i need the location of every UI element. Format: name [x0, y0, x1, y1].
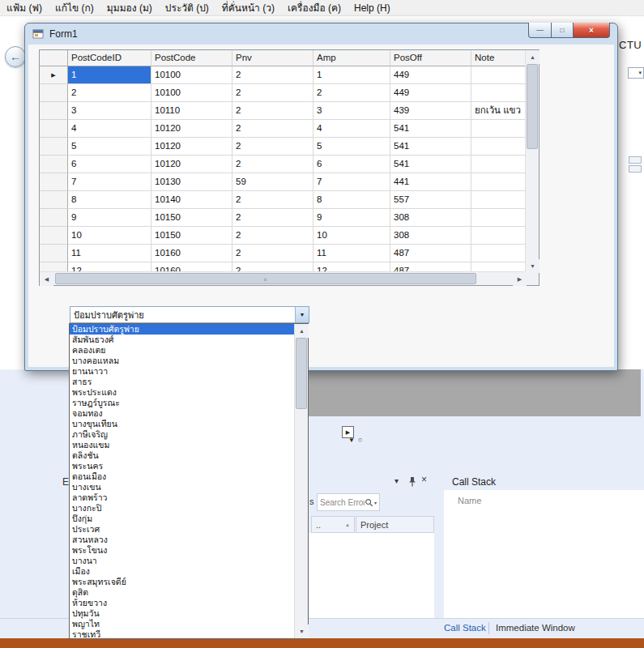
grid-cell[interactable]: 5 — [68, 138, 151, 156]
tab-call-stack[interactable]: Call Stack — [444, 623, 486, 633]
toolbar-combo-fragment[interactable]: ▾ — [628, 67, 644, 79]
dropdown-item[interactable]: เมือง — [70, 566, 294, 577]
grid-cell[interactable]: 4 — [313, 120, 390, 138]
grid-cell[interactable]: 2 — [232, 191, 313, 209]
dropdown-item[interactable]: บางนา — [70, 556, 294, 566]
grid-horizontal-scrollbar[interactable]: ◀ ≡ ▶ — [40, 271, 527, 285]
grid-row-header[interactable] — [40, 138, 68, 156]
dropdown-item[interactable]: บางกะปิ — [70, 503, 294, 514]
district-combobox[interactable]: ป้อมปราบศัตรูพ่าย ▼ — [70, 306, 309, 323]
dropdown-item[interactable]: บางขุนเทียน — [70, 419, 294, 429]
grid-cell[interactable]: 449 — [390, 66, 471, 84]
grid-column-header-amp[interactable]: Amp — [313, 50, 390, 66]
grid-cell[interactable] — [471, 209, 526, 227]
menu-item[interactable]: Help (H) — [348, 1, 397, 15]
scroll-thumb[interactable]: ≡ — [55, 273, 476, 284]
menu-item[interactable]: แฟ้ม (ฟ) — [0, 0, 49, 17]
grid-cell[interactable]: 1 — [68, 66, 151, 84]
grid-cell[interactable]: 10130 — [151, 173, 232, 191]
dropdown-item[interactable]: ป้อมปราบศัตรูพ่าย — [70, 324, 294, 335]
dropdown-scrollbar[interactable]: ▲ ▼ — [294, 324, 308, 638]
grid-cell[interactable]: 10 — [313, 227, 390, 245]
scroll-down-button[interactable]: ▼ — [295, 625, 309, 638]
panel-menu-icon[interactable]: ▾ — [395, 476, 399, 485]
grid-cell[interactable] — [471, 191, 526, 209]
grid-cell[interactable]: 439 — [390, 102, 471, 120]
dropdown-item[interactable]: หนองแขม — [70, 440, 294, 450]
maximize-button[interactable]: □ — [552, 23, 574, 38]
grid-cell[interactable]: 449 — [390, 84, 471, 102]
grid-cell[interactable]: 3 — [68, 102, 151, 120]
grid-row-header[interactable] — [40, 209, 68, 227]
grid-cell[interactable] — [471, 84, 526, 102]
scroll-thumb[interactable] — [527, 64, 538, 149]
grid-cell[interactable]: 3 — [313, 102, 390, 120]
dropdown-item[interactable]: จอมทอง — [70, 408, 294, 419]
grid-cell[interactable]: 2 — [313, 84, 390, 102]
grid-row-header[interactable] — [40, 156, 68, 173]
grid-cell[interactable]: 557 — [390, 191, 471, 209]
grid-cell[interactable]: 441 — [390, 173, 471, 191]
grid-cell[interactable]: 10120 — [151, 120, 232, 138]
grid-cell[interactable]: ยกเว้น แขว — [471, 102, 526, 120]
grid-cell[interactable]: 9 — [68, 209, 151, 227]
menu-item[interactable]: มุมมอง (ม) — [100, 0, 159, 17]
menu-item[interactable]: แก้ไข (ก) — [49, 0, 100, 17]
scroll-left-button[interactable]: ◀ — [40, 272, 53, 286]
grid-cell[interactable] — [471, 156, 526, 173]
grid-cell[interactable]: 10120 — [151, 138, 232, 156]
grid-cell[interactable]: 2 — [68, 84, 151, 102]
grid-column-header-pnv[interactable]: Pnv — [232, 50, 313, 66]
grid-cell[interactable] — [471, 120, 526, 138]
grid-cell[interactable] — [471, 245, 526, 262]
dropdown-item[interactable]: สัมพันธวงศ์ — [70, 335, 294, 345]
grid-cell[interactable]: 2 — [232, 245, 313, 262]
error-list-column-header-project[interactable]: Project — [356, 516, 434, 533]
grid-cell[interactable]: 6 — [313, 156, 390, 173]
grid-cell[interactable]: 2 — [232, 120, 313, 138]
grid-cell[interactable]: 10100 — [151, 84, 232, 102]
close-button[interactable]: × — [574, 23, 610, 38]
grid-cell[interactable]: 10150 — [151, 227, 232, 245]
grid-cell[interactable]: 10120 — [151, 156, 232, 173]
grid-row-header[interactable] — [40, 102, 68, 120]
grid-cell[interactable]: 2 — [232, 156, 313, 173]
dropdown-item[interactable]: บางคอแหลม — [70, 356, 294, 366]
back-button[interactable]: ← — [5, 46, 26, 67]
dropdown-item[interactable]: บึงกุ่ม — [70, 514, 294, 524]
menu-item[interactable]: ประวัติ (ป) — [159, 0, 215, 17]
grid-cell[interactable]: 541 — [390, 120, 471, 138]
grid-cell[interactable]: 541 — [390, 156, 471, 173]
dropdown-item[interactable]: สวนหลวง — [70, 535, 294, 545]
grid-cell[interactable]: 2 — [232, 138, 313, 156]
combobox-dropdown-button[interactable]: ▼ — [295, 307, 309, 322]
dropdown-item[interactable]: ลาดพร้าว — [70, 492, 294, 503]
dropdown-item[interactable]: คลองเตย — [70, 345, 294, 356]
grid-cell[interactable] — [471, 227, 526, 245]
pin-icon[interactable] — [408, 476, 416, 487]
form1-titlebar[interactable]: Form1 — □ × — [25, 23, 617, 45]
dropdown-item[interactable]: พระสมุทรเจดีย์ — [70, 577, 294, 587]
grid-cell[interactable]: 4 — [68, 120, 151, 138]
menu-item[interactable]: เครื่องมือ (ค) — [281, 0, 348, 17]
close-icon[interactable]: × — [421, 474, 427, 485]
grid-row-header[interactable] — [40, 84, 68, 102]
grid-row-header[interactable] — [40, 245, 68, 262]
dropdown-item[interactable]: ราษฎร์บูรณะ — [70, 398, 294, 408]
grid-cell[interactable]: 7 — [313, 173, 390, 191]
grid-cell[interactable]: 2 — [232, 66, 313, 84]
dropdown-item[interactable]: ประเวศ — [70, 524, 294, 535]
grid-corner-cell[interactable] — [40, 50, 68, 66]
grid-vertical-scrollbar[interactable]: ▲ ▼ — [525, 50, 539, 273]
dropdown-item[interactable]: บางเขน — [70, 482, 294, 492]
grid-cell[interactable]: 10150 — [151, 209, 232, 227]
dropdown-item[interactable]: ดอนเมือง — [70, 471, 294, 482]
grid-column-header-postcode[interactable]: PostCode — [151, 50, 232, 66]
grid-cell[interactable]: 10160 — [151, 245, 232, 262]
grid-column-header-posoff[interactable]: PosOff — [390, 50, 471, 66]
dropdown-item[interactable]: สาธร — [70, 377, 294, 387]
dropdown-item[interactable]: ดุสิต — [70, 587, 294, 598]
grid-cell[interactable] — [471, 66, 526, 84]
scroll-thumb[interactable] — [296, 338, 307, 409]
scroll-up-button[interactable]: ▲ — [526, 50, 540, 64]
